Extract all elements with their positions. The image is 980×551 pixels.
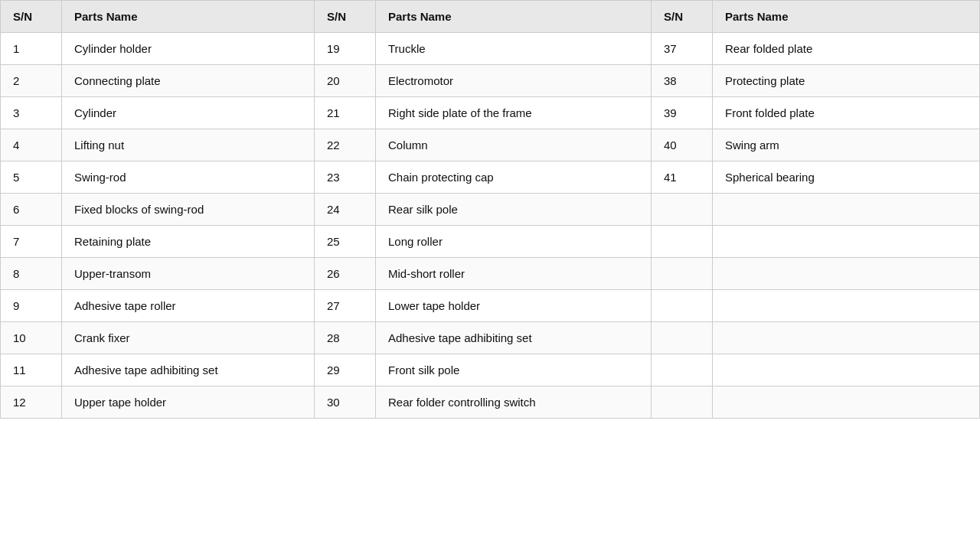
cell-sn2: 22 xyxy=(315,129,376,161)
cell-sn2: 27 xyxy=(315,290,376,322)
cell-sn1: 5 xyxy=(1,161,62,194)
table-row: 10Crank fixer28Adhesive tape adhibiting … xyxy=(1,322,980,354)
cell-sn1: 11 xyxy=(1,354,62,386)
cell-sn3 xyxy=(652,386,713,419)
cell-sn1: 4 xyxy=(1,129,62,161)
header-sn2: S/N xyxy=(315,1,376,33)
cell-name3 xyxy=(713,386,980,419)
cell-sn3: 37 xyxy=(652,33,713,65)
cell-name1: Crank fixer xyxy=(62,322,315,354)
cell-sn3 xyxy=(652,322,713,354)
cell-name1: Upper-transom xyxy=(62,258,315,290)
table-row: 6Fixed blocks of swing-rod24Rear silk po… xyxy=(1,194,980,226)
cell-sn1: 10 xyxy=(1,322,62,354)
cell-sn3 xyxy=(652,290,713,322)
cell-name3 xyxy=(713,258,980,290)
header-sn1: S/N xyxy=(1,1,62,33)
cell-sn1: 1 xyxy=(1,33,62,65)
table-body: 1Cylinder holder19Truckle37Rear folded p… xyxy=(1,33,980,419)
cell-name3: Swing arm xyxy=(713,129,980,161)
cell-name2: Long roller xyxy=(376,226,652,258)
cell-sn3: 38 xyxy=(652,65,713,97)
cell-name1: Fixed blocks of swing-rod xyxy=(62,194,315,226)
cell-sn2: 28 xyxy=(315,322,376,354)
cell-name2: Mid-short roller xyxy=(376,258,652,290)
cell-sn1: 6 xyxy=(1,194,62,226)
table-row: 7Retaining plate25Long roller xyxy=(1,226,980,258)
cell-sn3: 41 xyxy=(652,161,713,194)
cell-sn1: 8 xyxy=(1,258,62,290)
cell-sn1: 9 xyxy=(1,290,62,322)
cell-sn2: 20 xyxy=(315,65,376,97)
header-sn3: S/N xyxy=(652,1,713,33)
parts-table: S/N Parts Name S/N Parts Name S/N Parts … xyxy=(0,0,980,419)
cell-sn2: 19 xyxy=(315,33,376,65)
table-row: 1Cylinder holder19Truckle37Rear folded p… xyxy=(1,33,980,65)
cell-name3: Front folded plate xyxy=(713,97,980,129)
table-header-row: S/N Parts Name S/N Parts Name S/N Parts … xyxy=(1,1,980,33)
cell-sn1: 7 xyxy=(1,226,62,258)
cell-name2: Right side plate of the frame xyxy=(376,97,652,129)
cell-name2: Chain protecting cap xyxy=(376,161,652,194)
cell-sn1: 2 xyxy=(1,65,62,97)
table-row: 8Upper-transom26Mid-short roller xyxy=(1,258,980,290)
cell-name1: Upper tape holder xyxy=(62,386,315,419)
cell-name1: Swing-rod xyxy=(62,161,315,194)
cell-sn2: 29 xyxy=(315,354,376,386)
table-row: 11Adhesive tape adhibiting set29Front si… xyxy=(1,354,980,386)
cell-sn2: 23 xyxy=(315,161,376,194)
cell-sn2: 25 xyxy=(315,226,376,258)
cell-sn3: 39 xyxy=(652,97,713,129)
cell-name2: Electromotor xyxy=(376,65,652,97)
cell-name3 xyxy=(713,226,980,258)
cell-name2: Column xyxy=(376,129,652,161)
cell-sn3 xyxy=(652,258,713,290)
cell-sn3 xyxy=(652,194,713,226)
cell-name2: Lower tape holder xyxy=(376,290,652,322)
cell-name1: Connecting plate xyxy=(62,65,315,97)
cell-name2: Front silk pole xyxy=(376,354,652,386)
cell-name3 xyxy=(713,322,980,354)
cell-name2: Rear folder controlling switch xyxy=(376,386,652,419)
header-name3: Parts Name xyxy=(713,1,980,33)
table-row: 9Adhesive tape roller27Lower tape holder xyxy=(1,290,980,322)
cell-sn3 xyxy=(652,354,713,386)
cell-sn2: 26 xyxy=(315,258,376,290)
cell-name3 xyxy=(713,290,980,322)
table-row: 2Connecting plate20Electromotor38Protect… xyxy=(1,65,980,97)
cell-name1: Retaining plate xyxy=(62,226,315,258)
cell-sn2: 24 xyxy=(315,194,376,226)
cell-sn2: 30 xyxy=(315,386,376,419)
cell-name3: Spherical bearing xyxy=(713,161,980,194)
cell-name2: Truckle xyxy=(376,33,652,65)
cell-name2: Adhesive tape adhibiting set xyxy=(376,322,652,354)
cell-name3: Rear folded plate xyxy=(713,33,980,65)
cell-sn1: 12 xyxy=(1,386,62,419)
table-wrapper: S/N Parts Name S/N Parts Name S/N Parts … xyxy=(0,0,980,419)
table-row: 12Upper tape holder30Rear folder control… xyxy=(1,386,980,419)
header-name1: Parts Name xyxy=(62,1,315,33)
cell-name3 xyxy=(713,354,980,386)
cell-name2: Rear silk pole xyxy=(376,194,652,226)
table-row: 3Cylinder21Right side plate of the frame… xyxy=(1,97,980,129)
cell-name1: Lifting nut xyxy=(62,129,315,161)
cell-name1: Cylinder holder xyxy=(62,33,315,65)
cell-name1: Adhesive tape roller xyxy=(62,290,315,322)
cell-sn3: 40 xyxy=(652,129,713,161)
cell-sn1: 3 xyxy=(1,97,62,129)
cell-sn3 xyxy=(652,226,713,258)
cell-name3 xyxy=(713,194,980,226)
cell-name1: Cylinder xyxy=(62,97,315,129)
table-row: 5Swing-rod23Chain protecting cap41Spheri… xyxy=(1,161,980,194)
table-row: 4Lifting nut22Column40Swing arm xyxy=(1,129,980,161)
cell-name3: Protecting plate xyxy=(713,65,980,97)
header-name2: Parts Name xyxy=(376,1,652,33)
cell-name1: Adhesive tape adhibiting set xyxy=(62,354,315,386)
cell-sn2: 21 xyxy=(315,97,376,129)
